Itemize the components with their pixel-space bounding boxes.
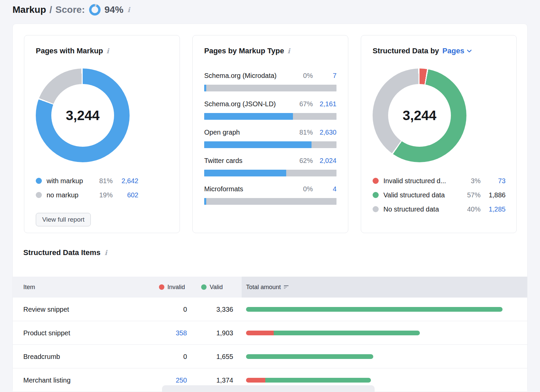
table-body: Review snippet 0 3,336 Product snippet 3… [13, 298, 527, 392]
total-amount-bar [246, 378, 371, 383]
info-icon[interactable]: i [106, 46, 109, 56]
legend-item: Valid structured data 57% 1,886 [373, 188, 506, 202]
pages-dropdown[interactable]: Pages [442, 46, 472, 56]
valid-bar-segment [274, 331, 420, 335]
structured-data-by-title: Structured Data by Pages [373, 46, 505, 56]
legend-dot-icon [36, 192, 42, 198]
legend-value[interactable]: 73 [481, 177, 506, 185]
legend-item: Invalid structured d... 3% 73 [373, 174, 506, 188]
legend-percent: 3% [457, 177, 481, 185]
column-header-valid: Valid [13, 277, 223, 298]
pages-with-markup-title: Pages with Markup i [36, 46, 168, 56]
valid-count: 1,903 [13, 321, 233, 345]
table-header-row: Item Invalid Valid Total amount [13, 277, 527, 298]
markup-type-row: Open graph 81% 2,630 [204, 128, 336, 148]
legend-value[interactable]: 602 [113, 191, 138, 199]
page-title-primary: Markup [12, 4, 46, 15]
table-row: Review snippet 0 3,336 [13, 298, 527, 321]
score-label: Score: [55, 4, 85, 15]
report-panel: Pages with Markup i 3,244 with markup 81… [12, 24, 528, 392]
markup-type-percent: 67% [289, 100, 313, 108]
info-icon[interactable]: i [288, 46, 290, 56]
page-title: Markup / Score: [12, 4, 85, 15]
chevron-down-icon [467, 49, 472, 53]
legend-value: 1,886 [481, 191, 506, 199]
markup-type-value-link[interactable]: 2,630 [316, 129, 336, 136]
markup-type-bar-fill [204, 141, 312, 148]
markup-type-row: Schema.org (JSON-LD) 67% 2,161 [204, 100, 336, 120]
page-header: Markup / Score: 94% i [12, 4, 130, 16]
markup-type-value-link[interactable]: 2,024 [316, 157, 336, 165]
markup-type-bar [204, 113, 336, 120]
score-donut-icon [89, 4, 101, 16]
legend-label: Valid structured data [383, 191, 457, 199]
pages-with-markup-legend: with markup 81% 2,642 no markup 19% 602 [36, 174, 138, 202]
markup-type-label: Schema.org (JSON-LD) [204, 100, 289, 108]
table-row: Breadcrumb 0 1,655 [13, 345, 527, 368]
title-separator: / [50, 4, 52, 15]
markup-type-value-link[interactable]: 4 [316, 185, 336, 193]
pages-with-markup-card: Pages with Markup i 3,244 with markup 81… [24, 35, 180, 233]
markup-type-bar [204, 170, 336, 176]
legend-label: Invalid structured d... [383, 177, 457, 185]
legend-value[interactable]: 2,642 [113, 177, 138, 185]
info-icon[interactable]: i [128, 6, 130, 14]
bottom-scroll-fade [162, 385, 375, 392]
markup-type-row: Microformats 0% 4 [204, 185, 336, 205]
legend-percent: 19% [93, 191, 113, 199]
total-amount-bar [246, 354, 373, 359]
score-value: 94% [105, 4, 124, 15]
structured-data-donut-chart: 3,244 [373, 68, 466, 162]
table-row: Product snippet 358 1,903 [13, 321, 527, 345]
column-header-total-amount[interactable]: Total amount [242, 277, 527, 298]
invalid-bar-segment [246, 331, 274, 335]
markup-report-page: Markup / Score: 94% i Pages with Markup … [0, 0, 540, 392]
markup-type-bar [204, 141, 336, 148]
valid-dot-icon [201, 284, 207, 290]
sort-descending-icon [284, 285, 289, 289]
markup-type-label: Twitter cards [204, 156, 289, 165]
structured-data-items-title: Structured Data Items i [23, 248, 107, 257]
valid-count: 3,336 [13, 298, 233, 321]
structured-data-by-pages-card: Structured Data by Pages 3,244 Invalid s… [361, 35, 517, 233]
legend-dot-icon [36, 178, 42, 184]
markup-type-row: Twitter cards 62% 2,024 [204, 156, 336, 176]
invalid-bar-segment [246, 378, 265, 383]
legend-item: with markup 81% 2,642 [36, 174, 138, 188]
markup-type-bar-fill [204, 170, 286, 176]
total-amount-bar [246, 331, 420, 335]
markup-type-percent: 81% [289, 129, 313, 136]
markup-type-row: Schema.org (Microdata) 0% 7 [204, 71, 336, 91]
donut-total-value: 3,244 [403, 108, 436, 123]
summary-cards: Pages with Markup i 3,244 with markup 81… [24, 35, 517, 233]
donut-total-value: 3,244 [66, 108, 100, 123]
pages-by-markup-type-card: Pages by Markup Type i Schema.org (Micro… [192, 35, 348, 233]
valid-bar-segment [246, 354, 373, 359]
legend-percent: 57% [457, 191, 481, 199]
valid-bar-segment [265, 378, 371, 383]
legend-value[interactable]: 1,285 [481, 205, 506, 213]
structured-data-legend: Invalid structured d... 3% 73 Valid stru… [373, 174, 506, 216]
legend-dot-icon [373, 206, 379, 212]
legend-dot-icon [373, 178, 379, 184]
legend-dot-icon [373, 192, 379, 198]
legend-label: no markup [47, 191, 93, 199]
legend-label: No structured data [383, 205, 457, 213]
markup-type-percent: 62% [289, 157, 313, 165]
markup-type-value-link[interactable]: 2,161 [316, 100, 336, 108]
markup-type-label: Schema.org (Microdata) [204, 71, 289, 80]
markup-type-value-link[interactable]: 7 [316, 72, 336, 80]
markup-type-list: Schema.org (Microdata) 0% 7 Schema.org (… [204, 71, 336, 205]
markup-type-bar-fill [204, 85, 206, 91]
legend-item: no markup 19% 602 [36, 188, 138, 202]
markup-type-bar-fill [204, 113, 293, 120]
markup-type-bar-fill [204, 198, 206, 205]
markup-type-label: Open graph [204, 128, 289, 137]
legend-item: No structured data 40% 1,285 [373, 202, 506, 216]
legend-percent: 81% [93, 177, 113, 185]
legend-label: with markup [47, 177, 93, 185]
pages-by-markup-type-title: Pages by Markup Type i [204, 46, 336, 56]
info-icon[interactable]: i [105, 249, 107, 257]
total-amount-bar [246, 307, 503, 312]
view-full-report-button[interactable]: View full report [36, 213, 91, 226]
